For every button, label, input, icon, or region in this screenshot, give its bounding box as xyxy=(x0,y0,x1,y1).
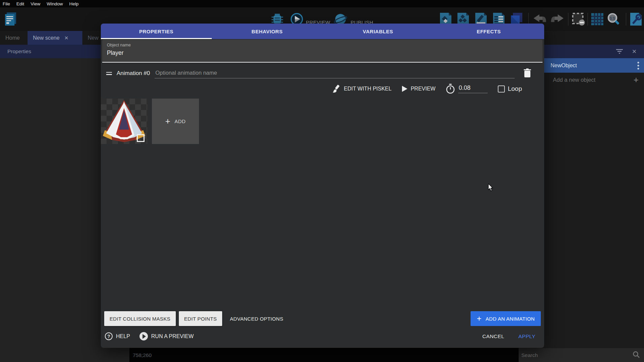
menu-file[interactable]: File xyxy=(3,1,10,6)
help-label: HELP xyxy=(116,333,130,339)
add-frame-label: ADD xyxy=(174,118,186,124)
animation-controls-row: EDIT WITH PISKEL PREVIEW Loop xyxy=(106,84,522,94)
zoom-1-1-icon[interactable]: 1:1 xyxy=(607,12,620,26)
object-menu-kebab-icon[interactable] xyxy=(637,62,639,70)
object-name-value[interactable]: Player xyxy=(107,49,538,57)
search-icon[interactable] xyxy=(633,351,640,360)
dialog-tab-bar: PROPERTIES BEHAVIORS VARIABLES EFFECTS xyxy=(101,24,544,39)
edit-with-piskel-label: EDIT WITH PISKEL xyxy=(344,86,392,92)
add-frame-plus-icon: + xyxy=(165,116,171,126)
object-name: NewObject xyxy=(551,63,577,69)
status-bar: 758;260 xyxy=(129,348,519,362)
object-name-field[interactable]: Object name Player xyxy=(102,40,542,63)
time-between-frames-control xyxy=(446,84,488,94)
cancel-button[interactable]: CANCEL xyxy=(482,333,504,339)
help-icon: ? xyxy=(105,332,113,340)
tab-variables[interactable]: VARIABLES xyxy=(323,24,434,39)
grid-icon[interactable] xyxy=(591,12,604,26)
dialog-footer: ? HELP RUN A PREVIEW CANCEL APPLY xyxy=(105,332,540,348)
tab-new-scene[interactable]: New scene ✕ xyxy=(28,31,82,45)
toolbar-separator xyxy=(626,13,626,26)
sprite-frame-thumbnail[interactable] xyxy=(101,99,147,144)
tab-home[interactable]: Home xyxy=(0,31,25,45)
play-icon xyxy=(402,85,408,92)
advanced-options-button[interactable]: ADVANCED OPTIONS xyxy=(225,311,288,326)
object-search-bar xyxy=(519,348,644,362)
help-button[interactable]: ? HELP xyxy=(105,332,130,340)
object-editor-dialog: PROPERTIES BEHAVIORS VARIABLES EFFECTS O… xyxy=(101,24,544,348)
add-animation-plus-icon: + xyxy=(477,314,481,323)
dialog-actions-row: EDIT COLLISION MASKS EDIT POINTS ADVANCE… xyxy=(104,311,541,326)
add-object-label: Add a new object xyxy=(553,77,596,83)
mouse-cursor xyxy=(488,184,493,193)
apply-button[interactable]: APPLY xyxy=(518,333,535,339)
properties-panel-title: Properties xyxy=(7,48,31,55)
add-an-animation-label: ADD AN ANIMATION xyxy=(486,316,535,322)
project-settings-icon[interactable] xyxy=(629,12,643,26)
loop-label: Loop xyxy=(508,85,522,93)
menu-view[interactable]: View xyxy=(31,1,40,6)
delete-animation-icon[interactable] xyxy=(523,68,532,78)
tab-properties[interactable]: PROPERTIES xyxy=(101,24,212,39)
tab-clipped-label: New xyxy=(88,35,98,41)
run-a-preview-label: RUN A PREVIEW xyxy=(151,333,194,339)
close-panel-icon[interactable]: ✕ xyxy=(630,47,639,56)
menu-edit[interactable]: Edit xyxy=(16,1,24,6)
tab-behaviors[interactable]: BEHAVIORS xyxy=(212,24,323,39)
menu-bar: File Edit View Window Help xyxy=(0,0,644,7)
paintbrush-icon xyxy=(332,84,341,93)
menu-window[interactable]: Window xyxy=(47,1,63,6)
run-a-preview-button[interactable]: RUN A PREVIEW xyxy=(139,332,194,340)
svg-text:1:1: 1:1 xyxy=(610,16,615,20)
preview-animation-button[interactable]: PREVIEW xyxy=(402,85,436,92)
add-an-animation-button[interactable]: + ADD AN ANIMATION xyxy=(471,311,541,326)
loop-checkbox[interactable] xyxy=(498,85,505,93)
edit-points-button[interactable]: EDIT POINTS xyxy=(179,311,222,326)
clear-selection-icon[interactable] xyxy=(572,12,585,26)
stopwatch-icon xyxy=(446,84,455,94)
project-manager-icon[interactable] xyxy=(4,12,17,26)
animation-frames-row: + ADD xyxy=(101,99,544,144)
filter-icon[interactable] xyxy=(615,47,624,56)
drag-handle-icon[interactable] xyxy=(106,72,112,75)
tab-effects[interactable]: EFFECTS xyxy=(433,24,544,39)
object-name-label: Object name xyxy=(107,43,538,47)
toolbar-separator xyxy=(568,13,568,26)
close-tab-icon[interactable]: ✕ xyxy=(64,35,69,41)
loop-toggle[interactable]: Loop xyxy=(498,85,522,93)
search-input[interactable] xyxy=(521,352,633,358)
tab-home-label: Home xyxy=(5,35,20,41)
animation-header-row: Animation #0 xyxy=(106,68,532,78)
run-preview-play-icon xyxy=(139,332,148,340)
animation-title: Animation #0 xyxy=(117,70,150,77)
edit-collision-masks-button[interactable]: EDIT COLLISION MASKS xyxy=(104,311,176,326)
redo-icon[interactable] xyxy=(551,12,564,26)
tab-new-scene-label: New scene xyxy=(33,35,59,41)
menu-help[interactable]: Help xyxy=(69,1,79,6)
active-tab-indicator xyxy=(101,38,212,39)
preview-animation-label: PREVIEW xyxy=(411,86,436,92)
cursor-coordinates: 758;260 xyxy=(133,352,152,358)
toolbar-separator xyxy=(588,13,588,26)
frame-select-checkbox[interactable] xyxy=(137,134,145,142)
animation-name-input[interactable] xyxy=(155,68,515,78)
add-object-plus-icon: + xyxy=(634,75,639,85)
add-frame-button[interactable]: + ADD xyxy=(152,99,199,144)
edit-with-piskel-button[interactable]: EDIT WITH PISKEL xyxy=(332,84,392,93)
time-between-frames-input[interactable] xyxy=(458,84,488,93)
stacked-docs-icon xyxy=(4,12,17,27)
